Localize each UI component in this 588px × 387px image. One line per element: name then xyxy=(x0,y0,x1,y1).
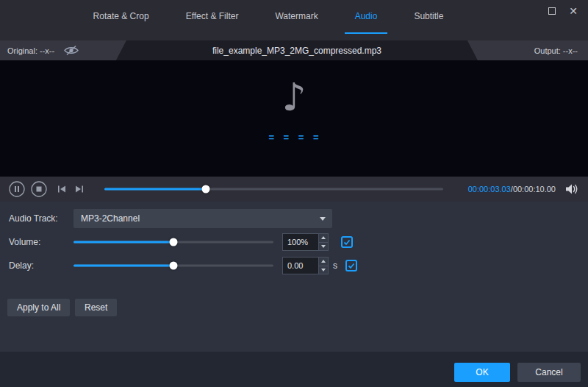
tab-audio[interactable]: Audio xyxy=(345,0,388,34)
output-section: Output: --x-- xyxy=(467,40,588,60)
down-arrow-icon xyxy=(321,245,326,248)
volume-spinner-up[interactable] xyxy=(319,234,328,243)
file-name: file_example_MP3_2MG_compressed.mp3 xyxy=(212,46,381,56)
skip-back-icon xyxy=(56,183,68,195)
current-time: 00:00:03.03 xyxy=(468,185,511,194)
volume-slider[interactable] xyxy=(74,232,273,252)
audio-track-select[interactable]: MP3-2Channel xyxy=(74,209,332,228)
delay-label: Delay: xyxy=(9,256,34,275)
reset-button[interactable]: Reset xyxy=(75,299,117,316)
volume-slider-handle[interactable] xyxy=(170,238,178,246)
audio-track-value: MP3-2Channel xyxy=(81,213,140,224)
seek-slider-handle[interactable] xyxy=(202,185,210,194)
delay-check-button[interactable] xyxy=(345,260,357,271)
tab-watermark[interactable]: Watermark xyxy=(265,0,328,34)
equalizer-icon: = = = = xyxy=(268,132,319,143)
seek-slider-fill xyxy=(104,188,206,191)
close-icon: ✕ xyxy=(569,6,578,16)
speaker-icon xyxy=(564,183,579,195)
volume-spinner xyxy=(318,234,328,250)
delay-unit-label: s xyxy=(333,256,337,275)
up-arrow-icon xyxy=(321,236,326,239)
volume-check-button[interactable] xyxy=(341,236,353,248)
original-label: Original: --x-- xyxy=(7,46,54,55)
chevron-down-icon xyxy=(320,217,326,221)
delay-slider-handle[interactable] xyxy=(170,262,178,270)
volume-row: Volume: xyxy=(0,232,588,252)
check-icon xyxy=(348,262,355,269)
down-arrow-icon xyxy=(321,269,326,271)
delay-row: Delay: s xyxy=(0,256,588,275)
volume-value-field xyxy=(282,233,329,251)
total-time: 00:00:10.00 xyxy=(513,185,556,194)
audio-settings-panel: Audio Track: MP3-2Channel Volume: xyxy=(0,202,588,352)
tab-subtitle[interactable]: Subtitle xyxy=(404,0,453,34)
pause-icon xyxy=(9,181,25,197)
preview-area: ♪ = = = = xyxy=(0,60,588,177)
up-arrow-icon xyxy=(321,260,326,263)
volume-spinner-down[interactable] xyxy=(319,243,328,251)
check-icon xyxy=(343,238,351,246)
volume-slider-fill xyxy=(74,241,173,244)
previous-frame-button[interactable] xyxy=(56,183,68,195)
delay-value-field xyxy=(282,257,329,274)
volume-label: Volume: xyxy=(9,232,40,252)
next-frame-button[interactable] xyxy=(74,183,85,195)
delay-slider[interactable] xyxy=(74,256,273,275)
tab-list: Rotate & Crop Effect & Filter Watermark … xyxy=(0,0,588,34)
apply-to-all-button[interactable]: Apply to All xyxy=(7,299,70,316)
time-display: 00:00:03.03/00:00:10.00 xyxy=(468,185,556,194)
ok-button[interactable]: OK xyxy=(454,363,510,382)
skip-forward-icon xyxy=(74,183,85,195)
tab-rotate-crop[interactable]: Rotate & Crop xyxy=(83,0,159,34)
delay-spinner xyxy=(318,258,328,274)
audio-track-label: Audio Track: xyxy=(9,209,58,228)
filename-strip: file_example_MP3_2MG_compressed.mp3 xyxy=(116,40,478,60)
music-note-icon: ♪ xyxy=(282,78,306,116)
delay-spinner-down[interactable] xyxy=(319,266,328,274)
window-controls: ✕ xyxy=(548,6,578,16)
stop-button[interactable] xyxy=(31,181,47,197)
cancel-button[interactable]: Cancel xyxy=(517,363,581,382)
close-button[interactable]: ✕ xyxy=(569,6,578,16)
original-section: Original: --x-- xyxy=(0,40,126,60)
pause-button[interactable] xyxy=(9,181,25,197)
seek-slider[interactable] xyxy=(104,181,443,197)
tab-effect-filter[interactable]: Effect & Filter xyxy=(176,0,249,34)
tab-bar: Rotate & Crop Effect & Filter Watermark … xyxy=(0,0,588,34)
delay-slider-fill xyxy=(74,265,173,267)
audio-editor-window: Rotate & Crop Effect & Filter Watermark … xyxy=(0,0,588,387)
delay-spinner-up[interactable] xyxy=(319,258,328,266)
audio-track-row: Audio Track: MP3-2Channel xyxy=(0,209,588,228)
maximize-icon xyxy=(548,7,556,15)
transport-bar: 00:00:03.03/00:00:10.00 xyxy=(0,177,588,202)
maximize-button[interactable] xyxy=(548,7,556,15)
output-label: Output: --x-- xyxy=(534,46,578,55)
stop-icon xyxy=(31,181,47,197)
mute-button[interactable] xyxy=(564,183,579,195)
info-bar: Original: --x-- file_example_MP3_2MG_com… xyxy=(0,34,588,60)
footer-bar: OK Cancel xyxy=(0,352,588,387)
eye-off-icon xyxy=(63,45,79,56)
toggle-original-button[interactable] xyxy=(63,45,79,56)
